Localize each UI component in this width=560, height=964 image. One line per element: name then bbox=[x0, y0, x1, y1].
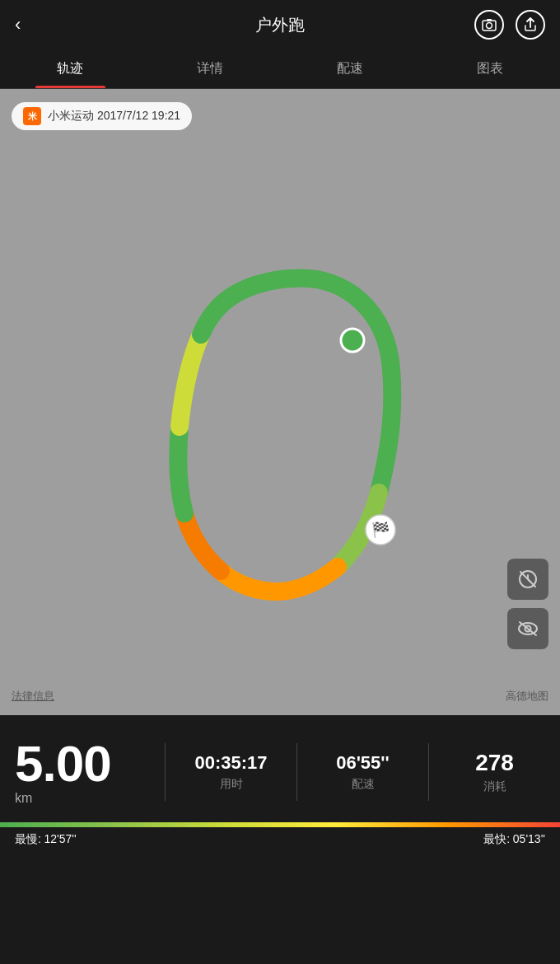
distance-stat: 5.00 km bbox=[0, 738, 165, 806]
legal-info-link[interactable]: 法律信息 bbox=[12, 689, 54, 704]
calories-value: 278 bbox=[475, 750, 514, 776]
svg-text:🏁: 🏁 bbox=[371, 521, 390, 539]
tab-pace[interactable]: 配速 bbox=[280, 49, 420, 88]
svg-line-7 bbox=[520, 572, 535, 587]
amap-label: 高德地图 bbox=[506, 689, 548, 704]
map-view[interactable]: 米 小米运动 2017/7/12 19:21 bbox=[0, 89, 560, 715]
stats-row: 5.00 km 00:35:17 用时 06'55'' 配速 278 消耗 bbox=[0, 715, 560, 822]
slowest-pace: 最慢: 12'57'' bbox=[15, 832, 77, 847]
page-title: 户外跑 bbox=[255, 14, 305, 36]
header: ‹ 户外跑 bbox=[0, 0, 560, 49]
timestamp-badge: 米 小米运动 2017/7/12 19:21 bbox=[12, 102, 192, 130]
header-icons bbox=[474, 10, 545, 40]
duration-value: 00:35:17 bbox=[194, 752, 267, 774]
calories-stat: 278 消耗 bbox=[429, 750, 560, 794]
hide-route-button[interactable] bbox=[507, 608, 548, 649]
map-button-group bbox=[507, 559, 548, 649]
pace-stat: 06'55'' 配速 bbox=[297, 752, 428, 792]
timestamp-text: 小米运动 2017/7/12 19:21 bbox=[48, 109, 180, 124]
distance-unit: km bbox=[15, 791, 165, 806]
distance-value: 5.00 bbox=[15, 738, 165, 789]
duration-label: 用时 bbox=[220, 777, 243, 792]
svg-point-1 bbox=[487, 23, 492, 29]
pace-labels: 最慢: 12'57'' 最快: 05'13'' bbox=[0, 827, 560, 855]
mi-logo: 米 bbox=[23, 107, 41, 125]
svg-rect-2 bbox=[487, 19, 492, 21]
pace-label: 配速 bbox=[352, 777, 375, 792]
svg-point-3 bbox=[341, 329, 364, 352]
camera-button[interactable] bbox=[474, 10, 504, 40]
back-button[interactable]: ‹ bbox=[15, 14, 21, 35]
tab-detail[interactable]: 详情 bbox=[140, 49, 280, 88]
stats-bar: 5.00 km 00:35:17 用时 06'55'' 配速 278 消耗 最慢… bbox=[0, 715, 560, 855]
tab-chart[interactable]: 图表 bbox=[420, 49, 560, 88]
share-button[interactable] bbox=[516, 10, 545, 40]
tab-track[interactable]: 轨迹 bbox=[0, 49, 140, 88]
pace-value: 06'55'' bbox=[336, 752, 390, 774]
duration-stat: 00:35:17 用时 bbox=[166, 752, 296, 792]
fastest-pace: 最快: 05'13'' bbox=[483, 832, 545, 847]
calories-label: 消耗 bbox=[483, 779, 506, 794]
tabs: 轨迹 详情 配速 图表 bbox=[0, 49, 560, 89]
track-svg: 🏁 bbox=[0, 89, 560, 715]
disable-map-button[interactable] bbox=[507, 559, 548, 600]
